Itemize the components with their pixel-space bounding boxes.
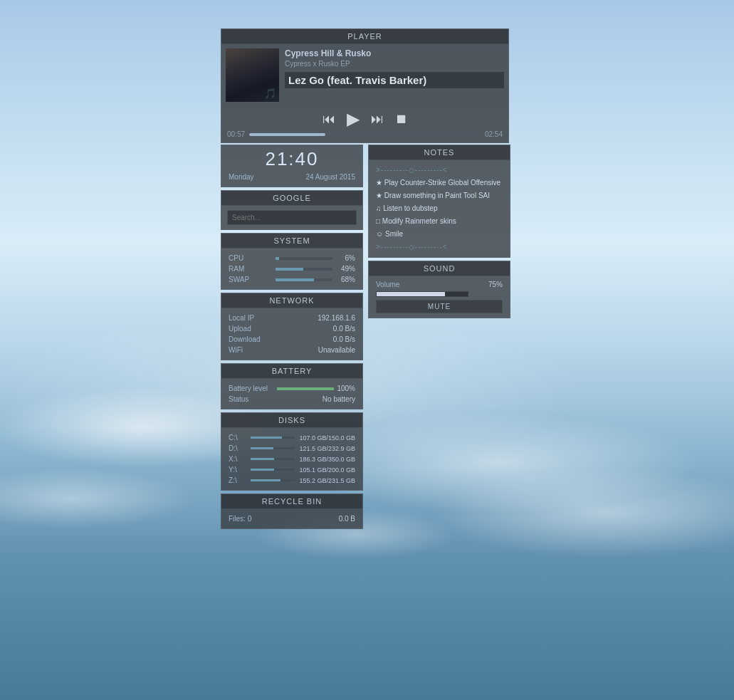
disk-row: Z:\ 155.2 GB/231.5 GB — [229, 475, 355, 486]
disks-widget: DISKS C:\ 107.0 GB/150.0 GB D:\ 121.5 GB… — [221, 412, 363, 491]
ram-row: RAM 49% — [229, 263, 355, 274]
ram-value: 49% — [335, 265, 355, 273]
battery-fill — [277, 387, 334, 390]
progress-fill — [249, 133, 325, 136]
next-button[interactable]: ⏭ — [371, 113, 384, 125]
time-total: 02:54 — [485, 130, 503, 138]
wifi-label: WiFi — [229, 346, 243, 354]
recycle-size-value: 0.0 B — [339, 515, 355, 523]
progress-bar[interactable] — [249, 133, 481, 136]
track-title: Lez Go (feat. Travis Barker) — [285, 72, 504, 88]
disk-fill — [251, 479, 281, 481]
disk-fill — [251, 437, 282, 439]
battery-level-label: Battery level — [229, 385, 268, 392]
recycle-widget: RECYCLE BIN Files: 0 0.0 B — [221, 493, 363, 529]
stop-button[interactable]: ⏹ — [395, 113, 408, 125]
disk-bar — [251, 458, 295, 460]
recycle-body: Files: 0 0.0 B — [221, 509, 362, 528]
mute-button[interactable]: MUTE — [376, 300, 503, 313]
network-body: Local IP 192.168.1.6 Upload 0.0 B/s Down… — [221, 308, 362, 360]
battery-body: Battery level 100% Status No battery — [221, 379, 362, 409]
notes-divider-top: >---------◇---------< — [376, 164, 503, 176]
volume-bar[interactable] — [376, 291, 468, 297]
wifi-row: WiFi Unavailable — [229, 345, 355, 355]
progress-row: 00:57 02:54 — [221, 130, 508, 142]
player-widget: PLAYER Cypress Hill & Rusko Cypress x Ru… — [221, 28, 509, 143]
time-display: 21:40 — [229, 148, 355, 170]
upload-label: Upload — [229, 325, 251, 333]
localip-label: Local IP — [229, 314, 254, 322]
localip-value: 192.168.1.6 — [318, 314, 355, 322]
disk-bar — [251, 447, 295, 449]
system-header: SYSTEM — [221, 234, 362, 249]
disk-value: 186.3 GB/350.0 GB — [299, 456, 355, 463]
disk-value: 107.0 GB/150.0 GB — [299, 434, 355, 442]
disk-fill — [251, 458, 274, 460]
prev-button[interactable]: ⏮ — [323, 113, 335, 125]
system-body: CPU 6% RAM — [221, 249, 362, 289]
network-header: NETWORK — [221, 293, 362, 308]
swap-row: SWAP 68% — [229, 274, 355, 285]
cpu-bar-group: 6% — [276, 254, 355, 262]
disk-label: Y:\ — [229, 466, 246, 474]
notes-item: ★ Draw something in Paint Tool SAI — [376, 190, 503, 202]
search-input[interactable] — [227, 210, 357, 225]
cpu-row: CPU 6% — [229, 253, 355, 263]
battery-status-row: Status No battery — [229, 394, 355, 404]
ram-bar — [276, 268, 332, 271]
upload-row: Upload 0.0 B/s — [229, 323, 355, 334]
disk-bar — [251, 469, 295, 471]
battery-header: BATTERY — [221, 364, 362, 379]
disks-body: C:\ 107.0 GB/150.0 GB D:\ 121.5 GB/232.9… — [221, 428, 362, 490]
disk-row: D:\ 121.5 GB/232.9 GB — [229, 443, 355, 454]
play-button[interactable]: ▶ — [347, 110, 360, 127]
swap-value: 68% — [335, 276, 355, 283]
cpu-label: CPU — [229, 254, 243, 262]
battery-bar-group: 100% — [277, 385, 355, 392]
disk-row: C:\ 107.0 GB/150.0 GB — [229, 432, 355, 443]
disk-label: D:\ — [229, 444, 246, 452]
sound-body: Volume 75% MUTE — [369, 276, 510, 318]
swap-fill — [276, 278, 314, 281]
battery-status-value: No battery — [323, 395, 355, 403]
sound-widget: SOUND Volume 75% MUTE — [368, 261, 510, 318]
swap-bar — [276, 278, 332, 281]
ram-label: RAM — [229, 265, 244, 273]
disk-fill — [251, 469, 274, 471]
notes-item: ☺ Smile — [376, 229, 503, 240]
notes-header: NOTES — [369, 145, 510, 160]
localip-row: Local IP 192.168.1.6 — [229, 313, 355, 323]
battery-widget: BATTERY Battery level 100% Status N — [221, 363, 363, 409]
google-header: GOOGLE — [221, 191, 362, 206]
disk-row: Y:\ 105.1 GB/200.0 GB — [229, 464, 355, 475]
disk-value: 105.1 GB/200.0 GB — [299, 466, 355, 474]
disks-header: DISKS — [221, 413, 362, 428]
track-album: Cypress x Rusko EP — [285, 60, 504, 68]
track-info: Cypress Hill & Rusko Cypress x Rusko EP … — [285, 48, 504, 88]
volume-fill — [377, 292, 445, 296]
date-display: 24 August 2015 — [305, 173, 355, 181]
volume-row: Volume 75% — [376, 281, 503, 288]
download-row: Download 0.0 B/s — [229, 334, 355, 345]
notes-divider-bottom: >---------◇---------< — [376, 241, 503, 253]
player-controls: ⏮ ▶ ⏭ ⏹ — [221, 106, 508, 130]
battery-level-value: 100% — [337, 385, 355, 392]
cpu-bar — [276, 257, 332, 260]
disk-label: Z:\ — [229, 476, 246, 484]
download-label: Download — [229, 335, 260, 343]
volume-value: 75% — [488, 281, 503, 288]
notes-widget: NOTES >---------◇---------<★ Play Counte… — [368, 145, 510, 258]
disk-row: X:\ 186.3 GB/350.0 GB — [229, 454, 355, 464]
swap-label: SWAP — [229, 276, 249, 283]
sound-header: SOUND — [369, 261, 510, 276]
battery-bar — [277, 387, 334, 390]
wifi-value: Unavailable — [318, 346, 355, 354]
time-current: 00:57 — [227, 130, 245, 138]
notes-body: >---------◇---------<★ Play Counter-Stri… — [369, 160, 510, 257]
battery-level-row: Battery level 100% — [229, 383, 355, 394]
recycle-files-label: Files: 0 — [229, 515, 251, 523]
disk-bar — [251, 437, 295, 439]
disk-value: 155.2 GB/231.5 GB — [299, 477, 355, 484]
disk-label: X:\ — [229, 455, 246, 463]
notes-item: □ Modify Rainmeter skins — [376, 216, 503, 227]
